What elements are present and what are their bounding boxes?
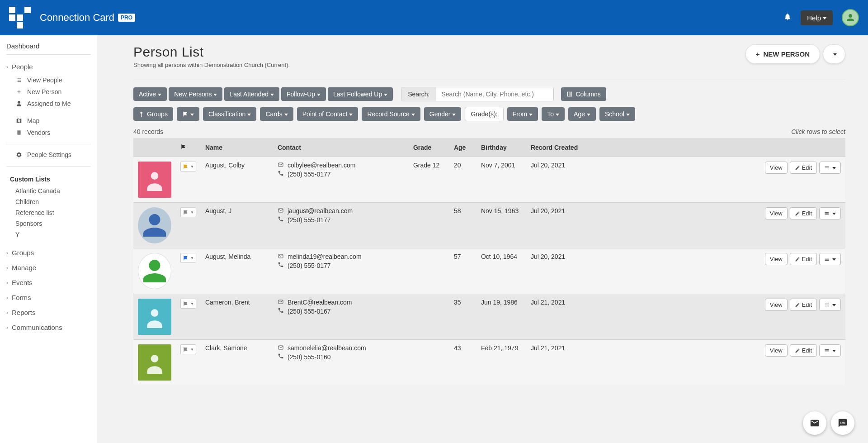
- chevron-down-icon: [830, 301, 836, 308]
- table-header[interactable]: Grade: [409, 138, 449, 157]
- filter-button[interactable]: Record Source: [362, 107, 420, 121]
- birthday-cell: Nov 7, 2001: [476, 157, 526, 203]
- envelope-icon: [278, 344, 284, 352]
- table-row[interactable]: ▼August, Colbycolbylee@realbean.com(250)…: [133, 157, 845, 203]
- edit-button[interactable]: Edit: [790, 162, 817, 174]
- sidebar-section[interactable]: ›Reports: [0, 305, 97, 320]
- filter-button[interactable]: Follow-Up: [281, 87, 326, 101]
- user-icon: [15, 100, 23, 107]
- custom-list-item[interactable]: Sponsors: [0, 218, 97, 229]
- table-header[interactable]: Birthday: [476, 138, 526, 157]
- flag-dropdown[interactable]: ▼: [180, 162, 196, 171]
- sidebar-section[interactable]: ›Manage: [0, 260, 97, 275]
- filter-button[interactable]: School: [599, 107, 635, 121]
- table-row[interactable]: ▼August, Jjaugust@realbean.com(250) 555-…: [133, 203, 845, 248]
- avatar-cell: [133, 157, 176, 203]
- flag-icon: [183, 300, 189, 307]
- sidebar-map[interactable]: Map: [0, 115, 97, 127]
- table-header: [176, 138, 201, 157]
- table-header[interactable]: Age: [449, 138, 476, 157]
- more-button[interactable]: [819, 299, 841, 311]
- custom-list-item[interactable]: Atlantic Canada: [0, 186, 97, 196]
- table-header[interactable]: Record Created: [526, 138, 590, 157]
- filter-row-1: ActiveNew PersonsLast AttendedFollow-UpL…: [133, 87, 845, 101]
- more-button[interactable]: [819, 253, 841, 265]
- help-label: Help: [807, 14, 821, 22]
- chevron-down-icon: [382, 91, 387, 98]
- filter-flag[interactable]: [177, 107, 199, 121]
- custom-list-item[interactable]: Y: [0, 229, 97, 240]
- list-icon: [824, 302, 830, 308]
- edit-button[interactable]: Edit: [790, 299, 817, 311]
- table-row[interactable]: ▼Cameron, BrentBrentC@realbean.com(250) …: [133, 294, 845, 340]
- name-cell: August, J: [201, 203, 273, 248]
- flag-dropdown[interactable]: ▼: [180, 253, 196, 263]
- created-cell: Jul 21, 2021: [526, 294, 590, 340]
- sidebar-view-people[interactable]: View People: [0, 74, 97, 86]
- flag-dropdown[interactable]: ▼: [180, 299, 196, 309]
- sidebar-section[interactable]: ›Events: [0, 275, 97, 290]
- view-button[interactable]: View: [765, 344, 788, 357]
- birthday-cell: Oct 10, 1964: [476, 248, 526, 294]
- new-person-button[interactable]: + NEW PERSON: [745, 44, 820, 64]
- chevron-down-icon: [527, 110, 533, 118]
- filter-button[interactable]: Gender: [424, 107, 462, 121]
- search-input[interactable]: [436, 87, 553, 101]
- sidebar-new-person[interactable]: New Person: [0, 86, 97, 98]
- view-button[interactable]: View: [765, 207, 788, 219]
- filter-groups[interactable]: Groups: [133, 107, 173, 121]
- records-count: 40 records: [133, 128, 163, 135]
- view-button[interactable]: View: [765, 253, 788, 265]
- filter-button[interactable]: New Persons: [169, 87, 222, 101]
- filter-button[interactable]: Last Followed Up: [328, 87, 393, 101]
- sidebar-people-settings[interactable]: People Settings: [0, 149, 97, 161]
- person-table: NameContactGradeAgeBirthdayRecord Create…: [133, 138, 845, 385]
- email-float-button[interactable]: [803, 411, 826, 435]
- filter-button[interactable]: From: [507, 107, 538, 121]
- table-row[interactable]: ▼August, Melindamelinda19@realbean.com(2…: [133, 248, 845, 294]
- flag-dropdown[interactable]: ▼: [180, 207, 196, 217]
- user-avatar[interactable]: [842, 9, 859, 26]
- filter-button[interactable]: Point of Contact: [297, 107, 359, 121]
- help-button[interactable]: Help: [801, 10, 833, 25]
- custom-lists-header: Custom Lists: [0, 171, 97, 186]
- chevron-down-icon: ▼: [190, 165, 194, 169]
- phone-icon: [278, 353, 284, 361]
- phone-icon: [278, 216, 284, 224]
- sidebar-vendors[interactable]: Vendors: [0, 127, 97, 138]
- sidebar-section[interactable]: ›Groups: [0, 245, 97, 260]
- sms-float-button[interactable]: SMS: [831, 411, 854, 435]
- custom-list-item[interactable]: Reference list: [0, 207, 97, 218]
- table-row[interactable]: ▼Clark, Samonesamonelelia@realbean.com(2…: [133, 340, 845, 386]
- sidebar-section[interactable]: ›Communications: [0, 320, 97, 335]
- new-person-dropdown[interactable]: [823, 44, 845, 64]
- sidebar-people[interactable]: › People: [0, 59, 97, 74]
- created-cell: Jul 20, 2021: [526, 157, 590, 203]
- filter-button[interactable]: Last Attended: [224, 87, 279, 101]
- filter-button[interactable]: Classification: [203, 107, 256, 121]
- view-button[interactable]: View: [765, 299, 788, 311]
- more-button[interactable]: [819, 207, 841, 219]
- sidebar-dashboard[interactable]: Dashboard: [0, 42, 97, 54]
- edit-button[interactable]: Edit: [790, 344, 817, 357]
- filter-button[interactable]: To: [542, 107, 565, 121]
- columns-button[interactable]: Columns: [561, 87, 606, 101]
- filter-button[interactable]: Active: [133, 87, 167, 101]
- sidebar-assigned-to-me[interactable]: Assigned to Me: [0, 98, 97, 110]
- table-header[interactable]: Name: [201, 138, 273, 157]
- avatar-cell: [133, 294, 176, 340]
- flag-dropdown[interactable]: ▼: [180, 344, 196, 354]
- more-button[interactable]: [819, 162, 841, 174]
- chevron-down-icon: [830, 164, 836, 171]
- more-button[interactable]: [819, 344, 841, 357]
- sidebar-section[interactable]: ›Forms: [0, 290, 97, 305]
- filter-button[interactable]: Age: [568, 107, 596, 121]
- custom-list-item[interactable]: Children: [0, 196, 97, 207]
- view-button[interactable]: View: [765, 162, 788, 174]
- filter-button[interactable]: Cards: [260, 107, 293, 121]
- edit-button[interactable]: Edit: [790, 253, 817, 265]
- table-header[interactable]: Contact: [273, 138, 409, 157]
- edit-button[interactable]: Edit: [790, 207, 817, 219]
- notifications-icon[interactable]: [783, 13, 792, 23]
- svg-point-0: [151, 172, 159, 180]
